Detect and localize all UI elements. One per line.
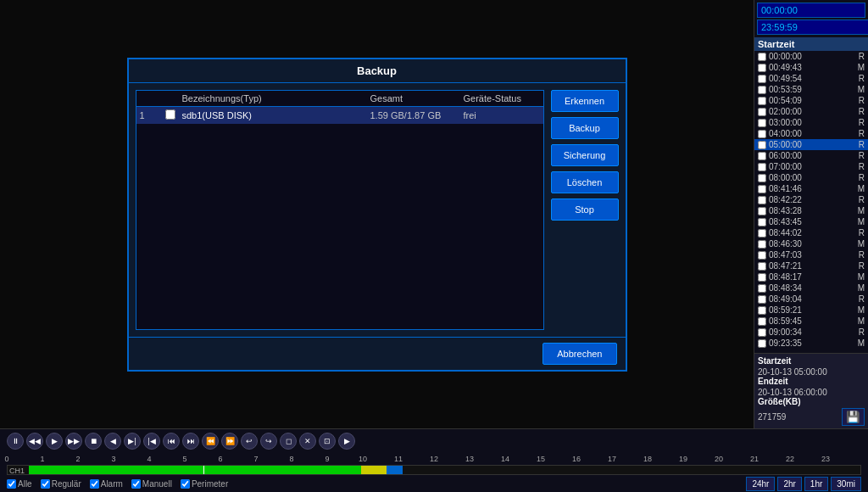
timeline-bar — [29, 466, 860, 474]
playback-btn-9[interactable]: ⏭ — [182, 433, 199, 450]
rec-checkbox[interactable] — [758, 295, 766, 304]
filter-checkbox-alle[interactable] — [7, 479, 16, 489]
playback-btn-11[interactable]: ⏩ — [221, 433, 238, 450]
filter-checkbox-perimeter[interactable] — [181, 479, 190, 489]
playback-btn-15[interactable]: ✕ — [299, 433, 316, 450]
recording-item[interactable]: 08:44:02 R — [754, 227, 868, 238]
rec-checkbox[interactable] — [758, 75, 766, 83]
timeline-tick-11: 11 — [394, 455, 403, 463]
playback-btn-0[interactable]: ⏸ — [7, 433, 24, 450]
recording-item[interactable]: 08:59:21 M — [754, 305, 868, 316]
rec-checkbox[interactable] — [758, 229, 766, 238]
recording-item[interactable]: 05:00:00 R — [754, 139, 868, 150]
recording-item[interactable]: 04:00:00 R — [754, 128, 868, 139]
playback-btn-17[interactable]: ▶ — [338, 433, 355, 450]
recording-item[interactable]: 00:53:59 M — [754, 84, 868, 95]
recording-item[interactable]: 08:47:21 R — [754, 260, 868, 271]
rec-checkbox[interactable] — [758, 108, 766, 116]
recording-item[interactable]: 08:49:04 R — [754, 294, 868, 305]
row-check[interactable] — [165, 109, 182, 121]
rec-checkbox[interactable] — [758, 196, 766, 204]
rec-checkbox[interactable] — [758, 86, 766, 94]
view-btn-24hr[interactable]: 24hr — [746, 477, 775, 491]
rec-checkbox[interactable] — [758, 64, 766, 72]
recording-item[interactable]: 08:41:46 M — [754, 183, 868, 194]
recording-item[interactable]: 08:43:45 M — [754, 216, 868, 227]
recording-item[interactable]: 07:00:00 R — [754, 161, 868, 172]
timeline-bar-container[interactable]: CH1 — [7, 465, 861, 475]
filter-checkbox-regulär[interactable] — [41, 479, 50, 489]
recording-item[interactable]: 08:59:45 M — [754, 316, 868, 327]
rec-checkbox[interactable] — [758, 185, 766, 193]
recording-item[interactable]: 08:48:17 M — [754, 271, 868, 282]
table-row[interactable]: 1 sdb1(USB DISK) 1.59 GB/1.87 GB frei — [136, 107, 543, 124]
stop-button[interactable]: Stop — [551, 198, 619, 221]
filter-checkbox-manuell[interactable] — [131, 479, 141, 489]
recording-list[interactable]: 00:00:00 R 00:49:43 M 00:49:54 R 00:53:5… — [754, 51, 868, 353]
rec-checkbox[interactable] — [758, 218, 766, 226]
filter-item-alarm: Alarm — [90, 479, 123, 489]
time-start-input[interactable] — [757, 3, 865, 18]
recording-item[interactable]: 08:00:00 R — [754, 172, 868, 183]
recording-item[interactable]: 06:00:00 R — [754, 150, 868, 161]
rec-type: M — [858, 184, 865, 193]
playback-btn-3[interactable]: ▶▶ — [65, 433, 82, 450]
recording-item[interactable]: 08:47:03 R — [754, 249, 868, 260]
recording-item[interactable]: 00:49:54 R — [754, 73, 868, 84]
cancel-button[interactable]: Abbrechen — [542, 343, 616, 365]
rec-checkbox[interactable] — [758, 119, 766, 127]
view-btn-1hr[interactable]: 1hr — [804, 477, 828, 491]
rec-checkbox[interactable] — [758, 174, 766, 182]
playback-btn-5[interactable]: ◀ — [104, 433, 121, 450]
playback-btn-6[interactable]: ▶| — [124, 433, 141, 450]
save-button[interactable]: Sicherung — [551, 144, 619, 166]
view-btn-2hr[interactable]: 2hr — [777, 477, 801, 491]
recording-item[interactable]: 09:00:34 R — [754, 327, 868, 338]
playback-btn-12[interactable]: ↩ — [241, 433, 258, 450]
rec-checkbox[interactable] — [758, 317, 766, 326]
save-icon-button[interactable]: 💾 — [842, 408, 865, 426]
delete-button[interactable]: Löschen — [551, 171, 619, 193]
playback-btn-16[interactable]: ⊡ — [319, 433, 336, 450]
rec-checkbox[interactable] — [758, 207, 766, 215]
playback-btn-2[interactable]: ▶ — [46, 433, 63, 450]
rec-checkbox[interactable] — [758, 163, 766, 171]
recording-item[interactable]: 08:42:22 R — [754, 194, 868, 205]
recording-item[interactable]: 00:54:09 R — [754, 95, 868, 106]
rec-checkbox[interactable] — [758, 306, 766, 315]
playback-btn-8[interactable]: ⏮ — [163, 433, 180, 450]
rec-checkbox[interactable] — [758, 130, 766, 138]
playback-btn-1[interactable]: ◀◀ — [26, 433, 43, 450]
recording-item[interactable]: 02:00:00 R — [754, 106, 868, 117]
playback-btn-10[interactable]: ⏪ — [202, 433, 219, 450]
recording-item[interactable]: 08:46:30 M — [754, 238, 868, 249]
recording-item[interactable]: 09:23:35 M — [754, 338, 868, 349]
detect-button[interactable]: Erkennen — [551, 90, 619, 112]
rec-checkbox[interactable] — [758, 152, 766, 160]
recording-item[interactable]: 08:48:34 M — [754, 282, 868, 294]
rec-time: 08:48:17 — [769, 272, 856, 282]
rec-checkbox[interactable] — [758, 53, 766, 61]
backup-button[interactable]: Backup — [551, 117, 619, 139]
playback-btn-7[interactable]: |◀ — [143, 433, 160, 450]
playback-btn-4[interactable]: ⏹ — [85, 433, 102, 450]
rec-checkbox[interactable] — [758, 251, 766, 260]
view-btn-30mi[interactable]: 30mi — [831, 477, 861, 491]
playback-btn-14[interactable]: ◻ — [280, 433, 297, 450]
rec-checkbox[interactable] — [758, 262, 766, 271]
rec-checkbox[interactable] — [758, 141, 766, 149]
recording-item[interactable]: 00:49:43 M — [754, 62, 868, 73]
recording-item[interactable]: 03:00:00 R — [754, 117, 868, 128]
rec-checkbox[interactable] — [758, 273, 766, 282]
rec-checkbox[interactable] — [758, 328, 766, 337]
playback-btn-13[interactable]: ↪ — [260, 433, 277, 450]
rec-checkbox[interactable] — [758, 97, 766, 105]
rec-checkbox[interactable] — [758, 240, 766, 249]
recording-item[interactable]: 00:00:00 R — [754, 51, 868, 62]
recording-item[interactable]: 08:43:28 M — [754, 205, 868, 216]
filter-checkbox-alarm[interactable] — [90, 479, 99, 489]
rec-checkbox[interactable] — [758, 284, 766, 293]
time-end-input[interactable] — [757, 20, 868, 35]
dialog-content: Bezeichnungs(Typ) Gesamt Geräte-Status 1… — [129, 83, 626, 337]
rec-checkbox[interactable] — [758, 339, 766, 348]
